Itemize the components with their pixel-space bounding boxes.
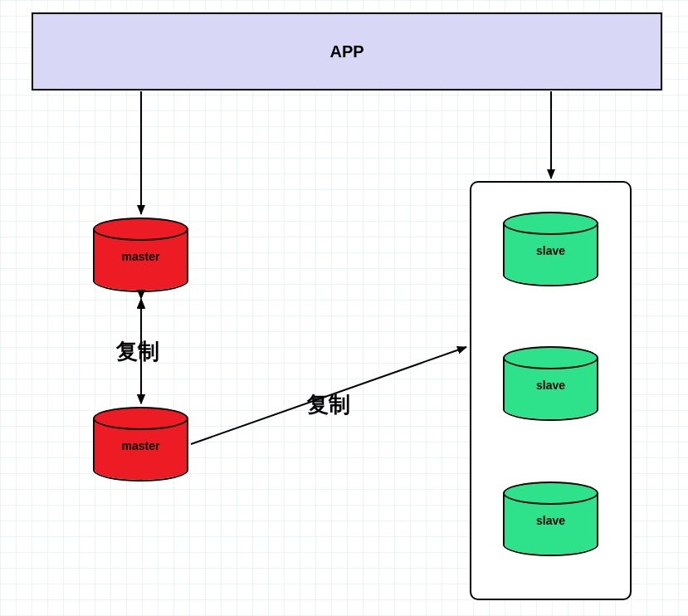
slave-db-3: slave (503, 482, 598, 556)
edge-label-diagonal: 复制 (307, 390, 350, 419)
master-db-1-label: master (93, 250, 188, 263)
slave-db-2-label: slave (503, 379, 598, 392)
slave-db-1-label: slave (503, 244, 598, 257)
master-db-1: master (93, 218, 188, 292)
slave-db-1: slave (503, 212, 598, 286)
diagram-canvas: APP master master slave slave (0, 0, 688, 616)
app-node: APP (32, 12, 662, 90)
master-db-2-label: master (93, 439, 188, 452)
app-label: APP (329, 42, 364, 61)
slave-db-3-label: slave (503, 514, 598, 527)
slave-db-2: slave (503, 346, 598, 421)
master-db-2: master (93, 407, 188, 482)
edge-label-vertical: 复制 (116, 337, 159, 366)
